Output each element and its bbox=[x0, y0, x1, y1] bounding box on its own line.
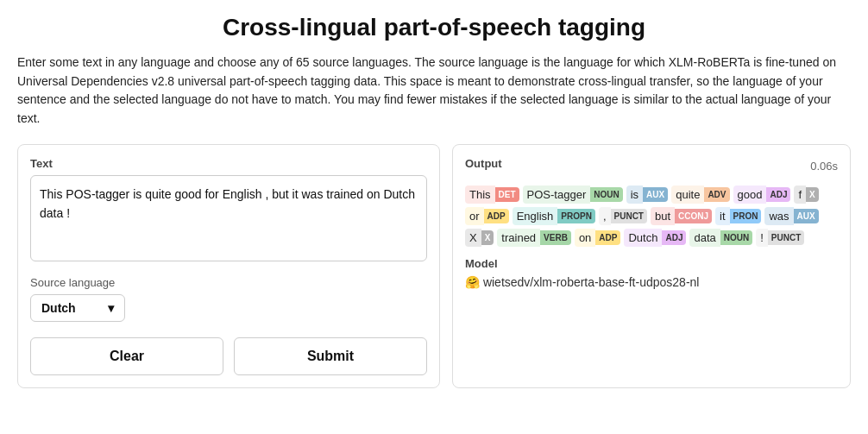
model-icon: 🤗 bbox=[465, 275, 480, 289]
token-word: X bbox=[465, 229, 481, 247]
token-area: ThisDETPOS-taggerNOUNisAUXquiteADVgoodAD… bbox=[465, 186, 838, 247]
token-word: was bbox=[764, 207, 793, 225]
token-item: trainedVERB bbox=[497, 229, 571, 247]
output-time: 0.06s bbox=[810, 160, 838, 173]
right-panel: Output 0.06s ThisDETPOS-taggerNOUNisAUXq… bbox=[452, 144, 851, 388]
token-item: isAUX bbox=[626, 186, 669, 204]
source-language-label: Source language bbox=[30, 276, 427, 289]
selected-language: Dutch bbox=[41, 301, 76, 315]
token-tag: PROPN bbox=[557, 209, 595, 223]
token-word: on bbox=[575, 229, 595, 247]
token-tag: CCONJ bbox=[675, 209, 712, 223]
token-word: This bbox=[465, 186, 495, 204]
token-item: onADP bbox=[575, 229, 621, 247]
token-tag: AUX bbox=[643, 187, 668, 202]
token-tag: VERB bbox=[540, 230, 571, 245]
token-item: orADP bbox=[465, 207, 509, 225]
page-title: Cross-lingual part-of-speech tagging bbox=[17, 14, 851, 41]
text-label: Text bbox=[30, 157, 427, 170]
token-word: but bbox=[651, 207, 675, 225]
model-id: wietsedv/xlm-roberta-base-ft-udpos28-nl bbox=[483, 275, 700, 289]
text-input[interactable]: This POS-tagger is quite good for Englis… bbox=[30, 175, 427, 261]
token-word: or bbox=[465, 207, 484, 225]
token-tag: AUX bbox=[794, 209, 819, 223]
token-word: trained bbox=[497, 229, 540, 247]
submit-button[interactable]: Submit bbox=[234, 337, 427, 375]
token-word: good bbox=[733, 186, 767, 204]
token-tag: X bbox=[481, 230, 494, 245]
dropdown-chevron-icon: ▾ bbox=[108, 301, 114, 315]
token-tag: ADJ bbox=[662, 230, 686, 245]
main-layout: Text This POS-tagger is quite good for E… bbox=[17, 144, 851, 388]
token-word: English bbox=[513, 207, 558, 225]
token-item: dataNOUN bbox=[689, 229, 752, 247]
token-item: EnglishPROPN bbox=[513, 207, 595, 225]
token-word: it bbox=[715, 207, 730, 225]
token-tag: NOUN bbox=[720, 230, 752, 245]
token-item: quiteADV bbox=[671, 186, 729, 204]
token-word: , bbox=[599, 207, 611, 225]
token-word: ! bbox=[756, 229, 768, 247]
buttons-row: Clear Submit bbox=[30, 337, 427, 375]
token-item: POS-taggerNOUN bbox=[523, 186, 623, 204]
token-item: DutchADJ bbox=[624, 229, 686, 247]
token-item: !PUNCT bbox=[756, 229, 804, 247]
token-tag: ADP bbox=[484, 209, 509, 223]
page-description: Enter some text in any language and choo… bbox=[17, 53, 851, 129]
token-item: fX bbox=[794, 186, 818, 204]
language-dropdown[interactable]: Dutch ▾ bbox=[30, 294, 125, 322]
token-item: ThisDET bbox=[465, 186, 519, 204]
token-tag: PRON bbox=[730, 209, 762, 223]
token-word: POS-tagger bbox=[523, 186, 591, 204]
model-label: Model bbox=[465, 257, 838, 270]
output-label: Output bbox=[465, 157, 502, 170]
token-word: Dutch bbox=[624, 229, 662, 247]
token-item: goodADJ bbox=[733, 186, 791, 204]
left-panel: Text This POS-tagger is quite good for E… bbox=[17, 144, 440, 388]
token-word: quite bbox=[671, 186, 704, 204]
output-header: Output 0.06s bbox=[465, 157, 838, 175]
token-tag: ADV bbox=[704, 187, 729, 202]
token-word: is bbox=[626, 186, 643, 204]
token-tag: ADP bbox=[595, 230, 620, 245]
model-name: 🤗 wietsedv/xlm-roberta-base-ft-udpos28-n… bbox=[465, 275, 838, 289]
token-tag: DET bbox=[495, 187, 519, 202]
token-tag: X bbox=[806, 187, 819, 202]
token-item: itPRON bbox=[715, 207, 761, 225]
token-item: wasAUX bbox=[764, 207, 818, 225]
token-word: f bbox=[794, 186, 806, 204]
token-word: data bbox=[689, 229, 720, 247]
source-language-section: Source language Dutch ▾ bbox=[30, 276, 427, 322]
text-section: Text This POS-tagger is quite good for E… bbox=[30, 157, 427, 264]
token-item: ,PUNCT bbox=[599, 207, 647, 225]
model-section: Model 🤗 wietsedv/xlm-roberta-base-ft-udp… bbox=[465, 257, 838, 289]
token-tag: NOUN bbox=[590, 187, 622, 202]
token-item: XX bbox=[465, 229, 494, 247]
token-tag: PUNCT bbox=[611, 209, 647, 223]
token-tag: ADJ bbox=[766, 187, 790, 202]
token-item: butCCONJ bbox=[651, 207, 712, 225]
token-tag: PUNCT bbox=[768, 230, 804, 245]
clear-button[interactable]: Clear bbox=[30, 337, 223, 375]
